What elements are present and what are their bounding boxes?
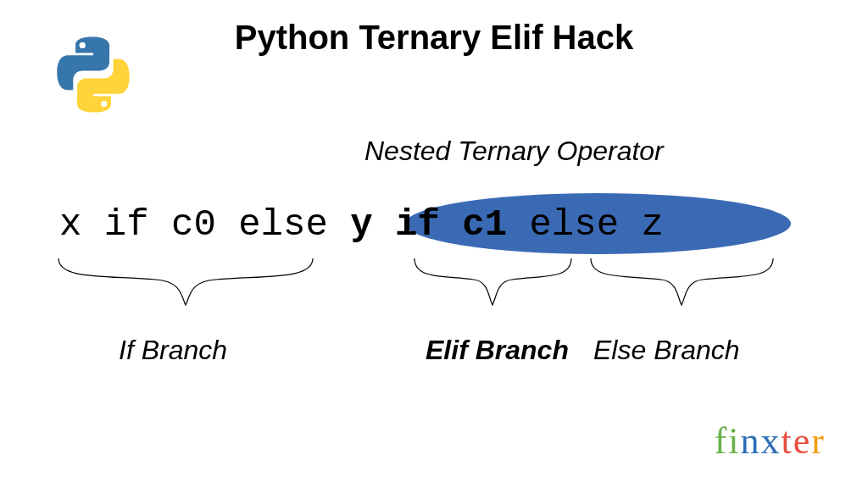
label-elif-branch: Elif Branch <box>426 335 569 366</box>
brace-else <box>587 254 777 313</box>
finxter-letter: i <box>728 419 740 463</box>
finxter-letter: n <box>741 419 761 463</box>
brace-elif <box>410 254 576 313</box>
finxter-letter: t <box>782 419 793 463</box>
label-if-branch: If Branch <box>119 335 227 366</box>
finxter-letter: r <box>811 419 826 463</box>
code-part1: x if c0 else <box>59 203 350 246</box>
page-title: Python Ternary Elif Hack <box>0 19 868 57</box>
code-bold: y if c1 <box>350 203 507 246</box>
brace-if <box>54 254 317 313</box>
finxter-letter: x <box>761 419 782 463</box>
finxter-letter: e <box>793 419 812 463</box>
finxter-letter: f <box>715 419 729 463</box>
finxter-logo: finxter <box>715 419 826 463</box>
subtitle-label: Nested Ternary Operator <box>364 136 664 167</box>
code-expression: x if c0 else y if c1 else z <box>59 203 664 246</box>
label-else-branch: Else Branch <box>593 335 740 366</box>
code-part2: else z <box>507 203 664 246</box>
